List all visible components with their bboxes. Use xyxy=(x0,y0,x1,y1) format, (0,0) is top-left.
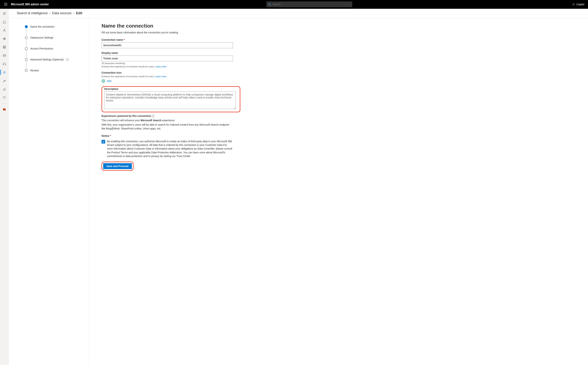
headset-icon xyxy=(3,62,6,66)
svg-rect-5 xyxy=(7,4,7,5)
nav-home[interactable] xyxy=(0,18,8,26)
svg-point-15 xyxy=(3,38,4,39)
search-input[interactable] xyxy=(273,3,350,6)
search-icon xyxy=(268,3,271,6)
learn-more-link[interactable]: Learn more xyxy=(155,65,166,68)
svg-rect-18 xyxy=(3,47,6,48)
svg-rect-4 xyxy=(6,4,6,5)
edit-icon-link[interactable]: Edit xyxy=(107,80,111,83)
top-bar: Microsoft 365 admin center Copilot xyxy=(0,0,588,9)
search-box[interactable] xyxy=(266,1,352,7)
nav-menu-toggle[interactable] xyxy=(0,9,8,18)
svg-rect-6 xyxy=(4,5,5,6)
connection-icon-hint: Enhance the experience of connector resu… xyxy=(102,75,233,78)
info-icon[interactable]: i xyxy=(152,115,154,117)
connection-icon-label: Connection icon xyxy=(102,71,233,74)
hamburger-icon xyxy=(3,12,6,15)
notice-label: Notice* xyxy=(102,134,233,137)
page-subtitle: Fill out some basic information about th… xyxy=(102,31,576,34)
step-dot-icon xyxy=(25,36,28,39)
nav-users[interactable] xyxy=(0,26,8,34)
learn-more-link[interactable]: Learn more xyxy=(155,75,166,78)
chars-remaining: 18 characters remaining xyxy=(102,62,233,65)
connection-name-label: Connection name* xyxy=(102,38,233,41)
description-textarea[interactable] xyxy=(104,91,236,109)
gear-icon xyxy=(3,71,6,74)
step-name-connection[interactable]: Name the connection xyxy=(25,24,84,29)
nav-health[interactable] xyxy=(0,93,8,102)
page-title: Name the connection xyxy=(102,23,576,29)
breadcrumb: Search & intelligence › Data sources › E… xyxy=(9,9,588,18)
step-datasource-settings[interactable]: Datasource Settings xyxy=(25,35,84,40)
info-icon[interactable]: i xyxy=(66,58,69,61)
step-access-permissions[interactable]: Access Permissions xyxy=(25,46,84,51)
nav-setup[interactable] xyxy=(0,77,8,85)
svg-point-14 xyxy=(4,29,5,30)
nav-support[interactable] xyxy=(0,60,8,68)
step-dot-icon xyxy=(25,25,28,28)
svg-rect-22 xyxy=(3,64,4,65)
svg-rect-1 xyxy=(6,3,6,3)
chevron-right-icon: › xyxy=(49,12,50,15)
chart-icon xyxy=(3,87,6,91)
svg-rect-23 xyxy=(5,64,6,65)
svg-point-9 xyxy=(269,3,270,5)
nav-billing[interactable] xyxy=(0,43,8,51)
breadcrumb-current: Edit xyxy=(76,11,82,15)
breadcrumb-section[interactable]: Data sources xyxy=(52,11,72,15)
print-icon xyxy=(3,45,6,49)
svg-rect-2 xyxy=(7,3,7,3)
app-title: Microsoft 365 admin center xyxy=(11,3,49,6)
svg-rect-7 xyxy=(6,5,6,6)
home-icon xyxy=(3,20,6,24)
nav-app-shortcut[interactable] xyxy=(0,105,8,113)
person-icon xyxy=(3,29,6,32)
svg-rect-3 xyxy=(4,4,5,5)
step-dot-icon xyxy=(25,58,28,61)
connection-name-input[interactable] xyxy=(102,42,233,48)
step-review[interactable]: Review xyxy=(25,68,84,73)
svg-rect-0 xyxy=(4,3,5,3)
nav-groups[interactable] xyxy=(0,35,8,43)
experiences-line1: This connection will enhance your Micros… xyxy=(102,119,233,122)
nav-reports[interactable] xyxy=(0,85,8,93)
copilot-icon xyxy=(572,3,575,6)
svg-rect-28 xyxy=(4,110,6,111)
nav-rail xyxy=(0,9,9,365)
people-icon xyxy=(3,37,6,40)
step-nav: Name the connection Datasource Settings … xyxy=(9,18,89,365)
description-highlight: Description xyxy=(102,86,240,112)
svg-rect-26 xyxy=(4,108,6,109)
display-name-label: Display name xyxy=(102,51,233,54)
heart-icon xyxy=(3,96,6,99)
step-dot-icon xyxy=(25,47,28,50)
description-label: Description xyxy=(104,87,236,90)
check-icon xyxy=(102,140,105,143)
connection-icon-preview xyxy=(102,79,105,83)
step-advanced-settings[interactable]: Advanced Settings (Optional) i xyxy=(25,57,84,62)
wrench-icon xyxy=(3,79,6,82)
app-icon xyxy=(3,108,6,111)
notice-checkbox[interactable] xyxy=(102,140,105,144)
app-launcher-icon[interactable] xyxy=(1,0,10,9)
card-icon xyxy=(3,54,6,57)
step-dot-icon xyxy=(25,69,28,72)
copilot-button[interactable]: Copilot xyxy=(570,0,587,9)
nav-separator xyxy=(2,103,7,104)
notice-text: By enabling this connection, you authori… xyxy=(107,140,233,158)
experiences-label: Experiences powered by this connection i xyxy=(102,114,233,117)
save-button-highlight: Save and Proceed xyxy=(102,161,133,171)
experiences-line2: With this, your organization's users wil… xyxy=(102,123,233,130)
display-name-input[interactable] xyxy=(102,56,233,61)
svg-rect-27 xyxy=(4,109,6,110)
breadcrumb-root[interactable]: Search & intelligence xyxy=(17,11,48,15)
nav-settings[interactable] xyxy=(0,68,8,76)
svg-point-24 xyxy=(4,72,5,73)
form-panel: Name the connection Fill out some basic … xyxy=(89,18,588,365)
chevron-right-icon: › xyxy=(73,12,74,15)
svg-line-10 xyxy=(270,5,271,6)
display-name-hint: Enhance the experience of connector resu… xyxy=(102,65,233,68)
nav-card[interactable] xyxy=(0,51,8,60)
save-and-proceed-button[interactable]: Save and Proceed xyxy=(103,163,132,169)
svg-point-16 xyxy=(4,38,5,39)
